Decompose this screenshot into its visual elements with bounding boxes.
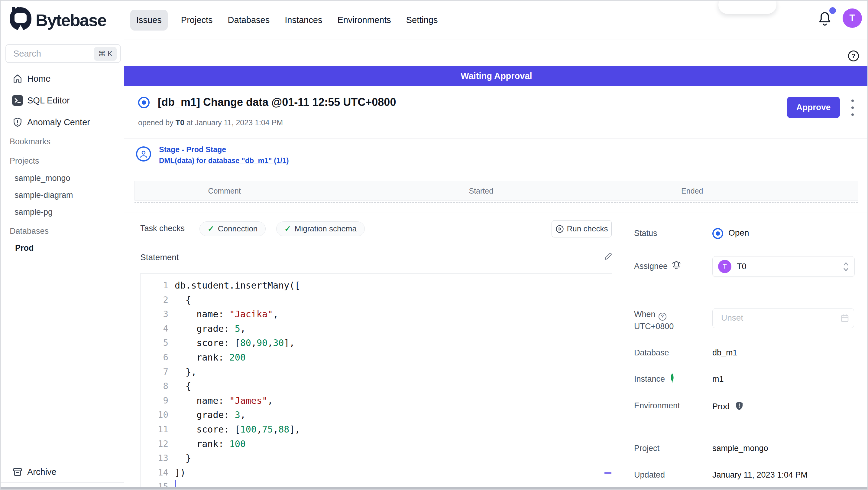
line-number: 9 bbox=[141, 394, 168, 408]
environment-value[interactable]: Prod bbox=[712, 401, 743, 413]
search-box[interactable]: ⌘ K bbox=[5, 44, 121, 63]
edit-pencil-icon[interactable] bbox=[603, 252, 613, 261]
assignee-avatar: T bbox=[718, 260, 732, 273]
sidebar-item-archive[interactable]: Archive bbox=[1, 463, 124, 480]
when-timezone: UTC+0800 bbox=[634, 322, 674, 331]
mongodb-leaf-icon bbox=[669, 373, 675, 385]
approve-button[interactable]: Approve bbox=[787, 97, 840, 118]
user-avatar[interactable]: T bbox=[843, 8, 862, 28]
check-pill-connection[interactable]: ✓ Connection bbox=[199, 222, 266, 236]
stage-link[interactable]: Stage - Prod Stage bbox=[159, 145, 226, 154]
nav-tab-settings[interactable]: Settings bbox=[404, 15, 440, 25]
sidebar-item-sql-editor[interactable]: SQL Editor bbox=[1, 92, 124, 109]
line-number: 8 bbox=[141, 379, 168, 394]
sidebar: ⌘ K Home SQL Editor Anomaly Center Bookm… bbox=[1, 39, 124, 490]
app-header: Bytebase Issues Projects Databases Insta… bbox=[1, 1, 867, 39]
nav-tab-environments[interactable]: Environments bbox=[336, 15, 393, 25]
sidebar-database-prod[interactable]: Prod bbox=[15, 243, 34, 253]
panel-divider bbox=[634, 431, 859, 431]
indent-guide bbox=[197, 394, 197, 451]
line-number: 2 bbox=[141, 293, 168, 307]
ghost-highlight-pill bbox=[718, 0, 776, 14]
kebab-menu-icon[interactable] bbox=[849, 99, 856, 116]
project-value[interactable]: sample_mongo bbox=[712, 444, 768, 453]
sidebar-project-sample-mongo[interactable]: sample_mongo bbox=[14, 174, 70, 183]
issue-sidebar-panel: Status Open Assignee T T0 When? UTC+0800 bbox=[623, 213, 868, 490]
nav-tab-instances[interactable]: Instances bbox=[283, 15, 324, 25]
nav-tab-databases[interactable]: Databases bbox=[226, 15, 272, 25]
instance-label: Instance bbox=[634, 374, 665, 384]
help-icon[interactable]: ? bbox=[848, 51, 859, 61]
home-icon bbox=[12, 73, 23, 84]
when-input[interactable] bbox=[721, 313, 824, 323]
code-line: grade: 3, bbox=[175, 408, 300, 422]
sidebar-section-databases: Databases bbox=[10, 227, 49, 236]
assignee-label: Assignee bbox=[634, 262, 668, 271]
sidebar-item-anomaly-center[interactable]: Anomaly Center bbox=[1, 114, 124, 131]
protected-shield-icon bbox=[735, 401, 743, 413]
editor-overview-ruler[interactable] bbox=[604, 274, 612, 490]
instance-value[interactable]: m1 bbox=[712, 374, 724, 384]
database-value[interactable]: db_m1 bbox=[712, 348, 738, 357]
project-label: Project bbox=[634, 444, 659, 453]
code-line: grade: 5, bbox=[175, 321, 300, 336]
assignee-bell-icon bbox=[672, 260, 681, 271]
line-number: 4 bbox=[141, 321, 168, 336]
sidebar-project-sample-diagram[interactable]: sample-diagram bbox=[14, 191, 73, 200]
sidebar-section-bookmarks: Bookmarks bbox=[10, 137, 51, 146]
code-line: score: [80,90,30], bbox=[175, 336, 300, 350]
run-checks-button[interactable]: Run checks bbox=[552, 220, 612, 237]
when-help-icon[interactable]: ? bbox=[658, 313, 666, 321]
statement-editor[interactable]: 123456789101112131415 db.student.insertM… bbox=[140, 273, 612, 490]
bytebase-logo-icon[interactable] bbox=[10, 7, 31, 30]
status-value: Open bbox=[728, 228, 749, 238]
play-circle-icon bbox=[556, 225, 564, 233]
line-number: 7 bbox=[141, 365, 168, 379]
task-checks-label: Task checks bbox=[140, 224, 185, 233]
code-line: ]) bbox=[175, 465, 300, 480]
nav-tab-issues[interactable]: Issues bbox=[130, 10, 168, 31]
app-window: Bytebase Issues Projects Databases Insta… bbox=[0, 0, 868, 490]
updated-value: January 11, 2023 1:04 PM bbox=[712, 470, 808, 480]
task-link[interactable]: DML(data) for database "db_m1" (1/1) bbox=[159, 156, 289, 165]
issue-opened-time: January 11, 2023 1:04 PM bbox=[195, 118, 283, 127]
panel-divider bbox=[634, 295, 859, 295]
notification-bell-icon[interactable] bbox=[817, 11, 836, 29]
line-number: 14 bbox=[141, 465, 168, 480]
status-label: Status bbox=[634, 229, 657, 238]
statement-label: Statement bbox=[140, 253, 179, 262]
line-number: 3 bbox=[141, 307, 168, 321]
code-line: rank: 100 bbox=[175, 437, 300, 451]
code-line: name: "James", bbox=[175, 394, 300, 408]
chevron-up-down-icon bbox=[842, 261, 849, 274]
line-number: 5 bbox=[141, 336, 168, 350]
updated-label: Updated bbox=[634, 470, 665, 480]
column-comment: Comment bbox=[208, 186, 241, 195]
assignee-value: T0 bbox=[737, 262, 746, 271]
archive-icon bbox=[12, 466, 23, 477]
when-datetime-field[interactable] bbox=[712, 308, 854, 328]
top-nav: Issues Projects Databases Instances Envi… bbox=[130, 1, 440, 39]
search-input[interactable] bbox=[13, 49, 95, 59]
notification-dot bbox=[829, 7, 836, 14]
status-open-icon bbox=[712, 228, 723, 239]
assignee-select[interactable]: T T0 bbox=[712, 256, 855, 277]
check-success-icon: ✓ bbox=[208, 224, 214, 233]
sidebar-item-home[interactable]: Home bbox=[1, 70, 124, 87]
issue-open-icon bbox=[138, 97, 150, 108]
divider bbox=[124, 139, 868, 139]
environment-label: Environment bbox=[634, 401, 680, 410]
code-line: } bbox=[175, 451, 300, 465]
divider bbox=[124, 170, 868, 170]
sidebar-section-projects: Projects bbox=[10, 156, 39, 166]
check-pill-migration-schema[interactable]: ✓ Migration schema bbox=[276, 222, 365, 236]
issue-subtitle: opened by T0 at January 11, 2023 1:04 PM bbox=[138, 118, 283, 127]
anomaly-shield-icon bbox=[12, 117, 23, 127]
code-line: { bbox=[175, 379, 300, 394]
column-started: Started bbox=[469, 186, 493, 195]
brand-wordmark[interactable]: Bytebase bbox=[36, 10, 106, 30]
code-line: rank: 200 bbox=[175, 350, 300, 365]
status-banner: Waiting Approval bbox=[124, 66, 868, 86]
sidebar-project-sample-pg[interactable]: sample-pg bbox=[14, 207, 53, 217]
nav-tab-projects[interactable]: Projects bbox=[179, 15, 215, 25]
